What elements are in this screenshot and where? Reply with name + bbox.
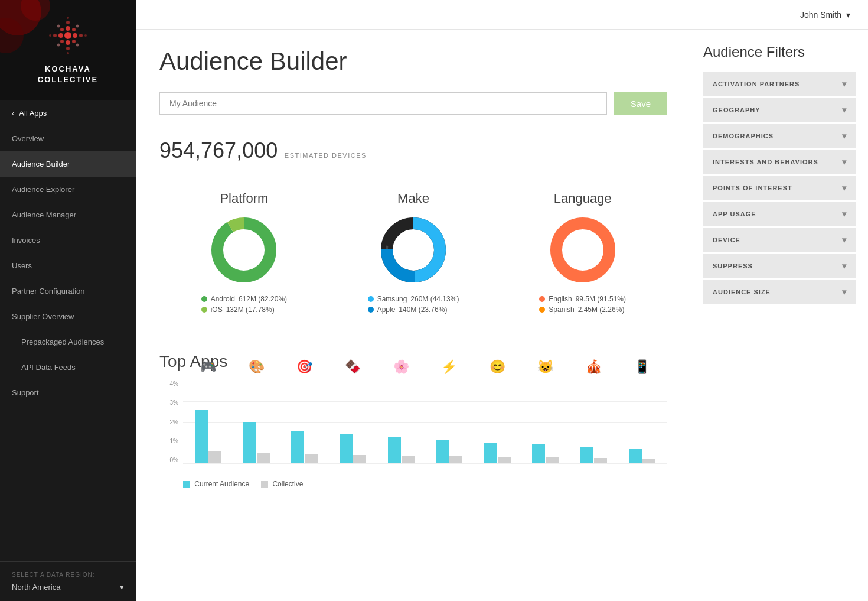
sidebar-item-overview[interactable]: Overview <box>0 126 136 151</box>
legend-spanish: Spanish 2.45M (2.26%) <box>539 306 626 314</box>
bar-group-6: ⚡ <box>426 381 472 463</box>
filter-app-usage[interactable]: APP USAGE ▾ <box>703 202 856 226</box>
region-selector[interactable]: North America ▾ <box>12 583 124 592</box>
bar-collective-1 <box>208 451 221 463</box>
svg-point-35 <box>565 232 601 268</box>
sidebar-item-users[interactable]: Users <box>0 253 136 278</box>
svg-point-20 <box>67 17 69 19</box>
region-label: SELECT A DATA REGION: <box>12 571 124 578</box>
chevron-down-icon: ▾ <box>842 261 847 271</box>
svg-point-9 <box>72 28 76 31</box>
bar-chart-legend: Current Audience Collective <box>159 480 667 488</box>
app-icon-4: 🍫 <box>345 359 361 375</box>
sidebar-item-supplier-overview[interactable]: Supplier Overview <box>0 304 136 329</box>
top-apps-section: Top Apps 4% 3% 2% 1% 0% <box>159 352 667 488</box>
language-title: Language <box>554 191 612 206</box>
chevron-down-icon: ▾ <box>842 105 847 115</box>
chevron-down-icon: ▾ <box>842 157 847 167</box>
audience-name-input[interactable] <box>159 92 607 115</box>
platform-legend: Android 612M (82.20%) iOS 132M (17.78%) <box>201 295 287 316</box>
sidebar-item-api-data-feeds[interactable]: API Data Feeds <box>0 355 136 380</box>
sidebar-item-prepackaged-audiences[interactable]: Prepackaged Audiences <box>0 329 136 355</box>
make-legend: Samsung 260M (44.13%) Apple 140M (23.76%… <box>368 295 459 316</box>
svg-point-4 <box>66 26 70 31</box>
sidebar-item-support[interactable]: Support <box>0 380 136 405</box>
language-donut <box>547 215 618 285</box>
svg-point-7 <box>73 33 77 38</box>
svg-point-31 <box>396 232 431 268</box>
y-axis: 4% 3% 2% 1% 0% <box>159 381 181 463</box>
chevron-down-icon: ▾ <box>842 131 847 141</box>
content-area: Audience Builder Save 954,767,000 ESTIMA… <box>136 30 868 601</box>
sidebar-item-audience-explorer[interactable]: Audience Explorer <box>0 177 136 202</box>
sidebar-logo: KOCHAVA COLLECTIVE <box>0 0 136 100</box>
audience-input-row: Save <box>159 92 667 115</box>
right-panel: Audience Filters ACTIVATION PARTNERS ▾ G… <box>691 30 868 601</box>
svg-point-21 <box>67 52 69 54</box>
filter-geography[interactable]: GEOGRAPHY ▾ <box>703 98 856 122</box>
language-chart: Language Englis <box>498 191 667 316</box>
bar-group-7: 😊 <box>475 381 521 463</box>
sidebar-item-partner-configuration[interactable]: Partner Configuration <box>0 278 136 304</box>
chevron-down-icon: ▾ <box>842 235 847 245</box>
sidebar-all-apps[interactable]: ‹ All Apps <box>0 100 136 126</box>
filter-suppress[interactable]: SUPPRESS ▾ <box>703 254 856 278</box>
sidebar-item-invoices[interactable]: Invoices <box>0 228 136 253</box>
filter-interests-behaviors[interactable]: INTERESTS AND BEHAVIORS ▾ <box>703 150 856 174</box>
bar-group-8: 😺 <box>523 381 569 463</box>
device-count: 954,767,000 <box>159 138 278 163</box>
svg-point-12 <box>66 21 70 24</box>
filter-activation-partners[interactable]: ACTIVATION PARTNERS ▾ <box>703 72 856 96</box>
app-icon-7: 😊 <box>490 359 505 375</box>
chevron-down-icon: ▾ <box>842 79 847 89</box>
chevron-down-icon: ▾ <box>120 583 124 592</box>
svg-point-22 <box>49 34 51 37</box>
app-icon-5: 🌸 <box>393 359 409 375</box>
svg-point-11 <box>72 40 76 43</box>
legend-apple: Apple 140M (23.76%) <box>368 306 459 314</box>
svg-point-19 <box>76 44 79 47</box>
platform-chart: Platform Android <box>159 191 329 316</box>
kochava-logo-icon <box>44 12 92 59</box>
chevron-down-icon: ▾ <box>842 209 847 219</box>
bar-group-10: 📱 <box>619 381 665 463</box>
svg-point-18 <box>57 44 60 47</box>
user-chevron-icon: ▾ <box>846 10 850 20</box>
main-area: John Smith ▾ Audience Builder Save 954,7… <box>136 0 868 601</box>
filter-audience-size[interactable]: AUDIENCE SIZE ▾ <box>703 280 856 304</box>
app-icon-1: 🎮 <box>200 359 216 375</box>
chevron-left-icon: ‹ <box>12 109 14 118</box>
filter-points-of-interest[interactable]: POINTS OF INTEREST ▾ <box>703 176 856 200</box>
filter-demographics[interactable]: DEMOGRAPHICS ▾ <box>703 124 856 148</box>
svg-point-14 <box>53 34 57 37</box>
user-name: John Smith <box>800 10 841 20</box>
svg-point-15 <box>79 34 83 37</box>
logo-text: KOCHAVA COLLECTIVE <box>38 64 98 85</box>
app-icon-10: 📱 <box>634 359 650 375</box>
svg-point-17 <box>76 25 79 28</box>
legend-android: Android 612M (82.20%) <box>201 295 287 303</box>
bar-group-4: 🍫 <box>330 381 376 463</box>
bar-current-1 <box>195 410 208 463</box>
app-icon-6: ⚡ <box>441 359 457 375</box>
legend-ios: iOS 132M (17.78%) <box>201 306 287 314</box>
user-menu[interactable]: John Smith ▾ <box>800 10 850 20</box>
svg-point-16 <box>57 25 60 28</box>
estimated-devices: 954,767,000 ESTIMATED DEVICES <box>159 138 667 173</box>
svg-point-10 <box>60 40 64 43</box>
app-icon-2: 🎨 <box>249 359 265 375</box>
sidebar-nav: ‹ All Apps Overview Audience Builder Aud… <box>0 100 136 561</box>
legend-samsung: Samsung 260M (44.13%) <box>368 295 459 303</box>
collective-legend-color <box>261 481 268 488</box>
sidebar-item-audience-manager[interactable]: Audience Manager <box>0 202 136 228</box>
bar-group-1: 🎮 <box>185 381 231 463</box>
estimated-label: ESTIMATED DEVICES <box>285 152 367 159</box>
svg-point-13 <box>66 47 70 50</box>
filter-device[interactable]: DEVICE ▾ <box>703 228 856 252</box>
save-button[interactable]: Save <box>614 92 667 115</box>
collective-legend-label: Collective <box>272 480 303 488</box>
sidebar-footer: SELECT A DATA REGION: North America ▾ <box>0 561 136 601</box>
make-chart: Make <box>329 191 498 316</box>
center-panel: Audience Builder Save 954,767,000 ESTIMA… <box>136 30 691 601</box>
sidebar-item-audience-builder[interactable]: Audience Builder <box>0 151 136 177</box>
